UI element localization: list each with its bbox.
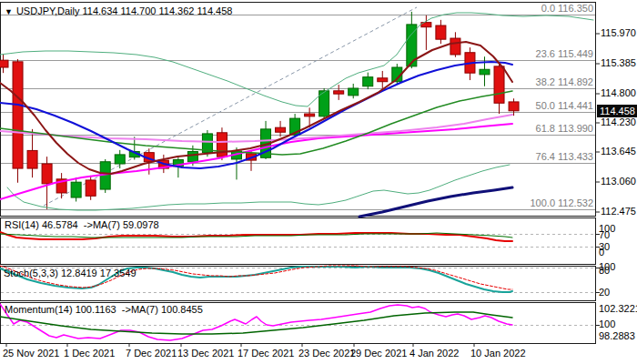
date-label: 29 Dec 2021 bbox=[350, 349, 407, 359]
candle-body bbox=[71, 182, 81, 197]
candle-body bbox=[115, 155, 125, 164]
candle-body bbox=[349, 88, 359, 96]
date-label: 17 Dec 2021 bbox=[238, 349, 294, 359]
candle-body bbox=[363, 77, 373, 86]
date-label: 10 Jan 2022 bbox=[470, 349, 526, 359]
candle-body bbox=[450, 38, 460, 55]
price-tick-label: 114.800 bbox=[601, 88, 636, 98]
chart-ohlc-header: ▼USDJPY,Daily 114.634 114.700 114.362 11… bbox=[5, 5, 232, 16]
candle-body bbox=[480, 69, 490, 75]
current-price-tag: 114.458 bbox=[597, 105, 637, 117]
chart-ohlc-values: 114.634 114.700 114.362 114.458 bbox=[82, 5, 232, 16]
candle-body bbox=[334, 91, 344, 94]
price-tick-label: 113.645 bbox=[601, 147, 636, 157]
chart-symbol-period: USDJPY,Daily bbox=[16, 5, 80, 16]
fib-level-label: 50.0 114.441 bbox=[484, 101, 593, 111]
candle-body bbox=[27, 150, 37, 168]
candle-body bbox=[276, 127, 286, 132]
momentum-scale-label: 98.2883 bbox=[599, 331, 635, 341]
momentum-label: Momentum(14) 100.1163 ->MA(7) 100.8455 bbox=[5, 304, 203, 315]
date-label: 23 Dec 2021 bbox=[298, 349, 355, 359]
mt4-chart-window: ▼USDJPY,Daily 114.634 114.700 114.362 11… bbox=[0, 0, 637, 364]
momentum-scale-label: 100 bbox=[599, 319, 615, 329]
date-label: 13 Dec 2021 bbox=[177, 349, 234, 359]
date-label: 4 Jan 2022 bbox=[410, 349, 459, 359]
stochastic-scale-label: 80 bbox=[599, 266, 610, 276]
fib-level-label: 76.4 113.433 bbox=[484, 152, 593, 162]
price-tick-label: 115.970 bbox=[601, 28, 636, 38]
price-tick-label: 113.060 bbox=[601, 177, 636, 187]
chart-marker-icon: ▼ bbox=[5, 7, 13, 16]
price-tick-label: 115.385 bbox=[601, 58, 636, 68]
rsi-label: RSI(14) 46.5784 ->MA(7) 59.0978 bbox=[5, 219, 159, 230]
candle-body bbox=[0, 60, 8, 67]
candle-body bbox=[187, 152, 197, 162]
fib-level-label: 0.0 116.350 bbox=[484, 4, 593, 14]
candle-body bbox=[436, 25, 446, 39]
fib-level-label: 23.6 115.449 bbox=[484, 49, 593, 59]
date-label: 25 Nov 2021 bbox=[3, 349, 59, 359]
candle-body bbox=[86, 180, 96, 196]
price-tick-label: 114.230 bbox=[601, 117, 636, 127]
fib-level-label: 38.2 114.892 bbox=[484, 77, 593, 87]
candle-body bbox=[13, 62, 23, 168]
rsi-scale-label: 0 bbox=[599, 248, 604, 258]
candle-body bbox=[305, 114, 315, 116]
stochastic-label: Stoch(5,3,3) 12.8419 17.3549 bbox=[4, 268, 136, 278]
price-tick-label: 112.475 bbox=[601, 207, 636, 217]
fib-level-label: 61.8 113.990 bbox=[484, 124, 593, 134]
stochastic-scale-label: 20 bbox=[599, 288, 610, 298]
fib-level-label: 100.0 112.532 bbox=[484, 198, 593, 208]
candle-body bbox=[42, 164, 52, 184]
date-label: 1 Dec 2021 bbox=[64, 349, 115, 359]
momentum-scale-label: 102.3221 bbox=[599, 304, 637, 314]
date-label: 7 Dec 2021 bbox=[126, 349, 177, 359]
candle-body bbox=[378, 78, 388, 82]
rsi-scale-label: 70 bbox=[599, 230, 610, 240]
